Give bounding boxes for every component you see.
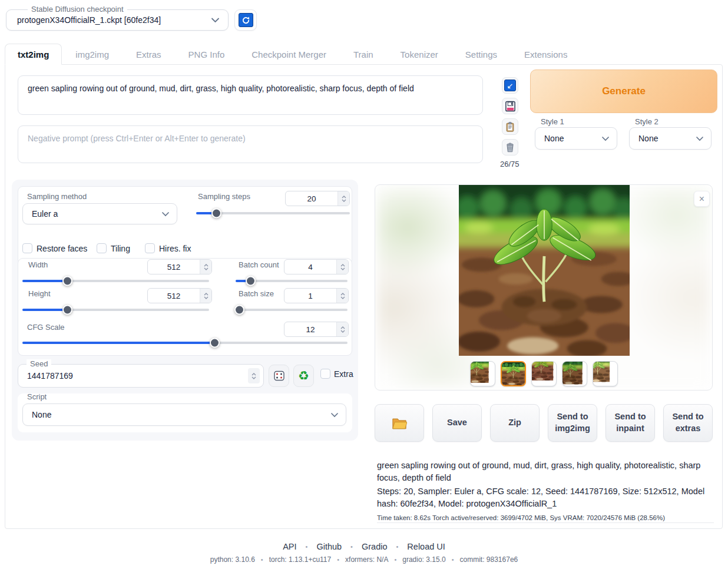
reload-ui-link[interactable]: Reload UI — [407, 542, 445, 551]
clear-prompt-button[interactable] — [502, 139, 518, 156]
negative-prompt-input[interactable] — [18, 125, 483, 163]
clipboard-icon — [505, 121, 515, 133]
style2-value: None — [638, 134, 696, 143]
width-slider[interactable] — [22, 280, 209, 282]
tab-txt2img[interactable]: txt2img — [5, 44, 62, 65]
cfg-scale-label: CFG Scale — [27, 323, 65, 332]
batch-size-spinner[interactable] — [336, 289, 348, 303]
tab-png-info[interactable]: PNG Info — [175, 44, 239, 65]
send-to-inpaint-button[interactable]: Send to inpaint — [605, 404, 655, 442]
restore-faces-label: Restore faces — [37, 244, 87, 253]
batch-size-slider[interactable] — [236, 309, 348, 311]
height-spinner[interactable] — [200, 289, 211, 303]
token-counter: 26/75 — [500, 160, 519, 168]
seed-spinner[interactable] — [248, 368, 260, 383]
sampling-method-label: Sampling method — [27, 192, 87, 201]
gallery-thumbnail-2-selected[interactable] — [501, 361, 526, 386]
bullet-separator: • — [261, 556, 263, 563]
tab-tokenizer[interactable]: Tokenizer — [387, 44, 452, 65]
seed-field[interactable]: Seed — [18, 364, 264, 388]
width-label: Width — [28, 260, 48, 269]
height-value[interactable] — [148, 289, 200, 303]
random-seed-button[interactable] — [269, 365, 289, 387]
send-to-img2img-button[interactable]: Send to img2img — [548, 404, 597, 442]
api-link[interactable]: API — [283, 542, 296, 551]
height-slider[interactable] — [22, 309, 209, 311]
send-to-extras-button[interactable]: Send to extras — [663, 404, 713, 442]
batch-count-value[interactable] — [284, 260, 336, 274]
open-folder-button[interactable] — [375, 404, 424, 442]
paste-generation-params-button[interactable]: ↙ — [502, 77, 518, 94]
width-spinner[interactable] — [200, 260, 211, 274]
sampling-steps-spinner[interactable] — [337, 191, 349, 206]
cfg-scale-slider[interactable] — [22, 342, 348, 344]
zip-button[interactable]: Zip — [490, 404, 540, 442]
style2-label: Style 2 — [635, 117, 658, 126]
checkpoint-dropdown[interactable]: Stable Diffusion checkpoint protogenX34O… — [6, 9, 229, 31]
cfg-scale-value[interactable] — [284, 322, 336, 336]
bullet-separator: • — [337, 556, 339, 563]
sampling-steps-input[interactable] — [285, 191, 350, 206]
hires-fix-label: Hires. fix — [159, 244, 191, 253]
width-input[interactable] — [147, 259, 212, 274]
tab-checkpoint-merger[interactable]: Checkpoint Merger — [238, 44, 340, 65]
batch-count-label: Batch count — [239, 260, 279, 269]
trash-icon — [505, 142, 515, 153]
sampling-steps-label: Sampling steps — [198, 192, 250, 201]
restore-faces-checkbox[interactable] — [22, 243, 32, 253]
batch-size-value[interactable] — [284, 289, 336, 303]
batch-size-input[interactable] — [284, 288, 349, 303]
apply-style-button[interactable] — [502, 118, 518, 135]
sampling-method-dropdown[interactable]: Euler a — [22, 203, 177, 224]
gradio-link[interactable]: Gradio — [362, 542, 388, 551]
sampling-method-value: Euler a — [32, 209, 161, 219]
reuse-seed-button[interactable]: ♻ — [293, 365, 314, 387]
save-button[interactable]: Save — [432, 404, 482, 442]
tiling-checkbox[interactable] — [97, 243, 107, 253]
style1-value: None — [544, 134, 601, 143]
checkpoint-label: Stable Diffusion checkpoint — [28, 5, 127, 14]
bullet-separator: • — [394, 556, 396, 563]
bullet-separator: • — [396, 543, 399, 550]
script-dropdown[interactable]: None — [22, 403, 346, 426]
refresh-checkpoint-button[interactable] — [234, 9, 257, 31]
generate-button[interactable]: Generate — [530, 70, 717, 113]
seed-value[interactable] — [18, 371, 248, 381]
chevron-down-icon — [161, 211, 170, 217]
sampling-steps-value[interactable] — [286, 191, 337, 206]
batch-count-input[interactable] — [284, 259, 349, 274]
close-gallery-button[interactable]: × — [694, 191, 710, 207]
floppy-disk-icon — [505, 101, 516, 112]
dice-icon — [273, 370, 285, 382]
style1-dropdown[interactable]: None — [535, 127, 617, 150]
hires-fix-checkbox[interactable] — [145, 243, 155, 253]
gallery-thumbnail-3[interactable] — [531, 361, 557, 386]
extra-seed-checkbox[interactable] — [320, 369, 330, 379]
gallery-thumbnail-5[interactable] — [593, 361, 618, 386]
generated-image[interactable] — [459, 185, 630, 356]
tiling-label: Tiling — [111, 244, 130, 253]
batch-count-spinner[interactable] — [336, 260, 348, 274]
style2-dropdown[interactable]: None — [629, 127, 712, 150]
gradio-version: gradio: 3.15.0 — [402, 555, 445, 564]
prompt-input[interactable]: green sapling rowing out of ground, mud,… — [18, 75, 483, 115]
tab-extensions[interactable]: Extensions — [511, 44, 581, 65]
info-performance-text: Time taken: 8.62s Torch active/reserved:… — [377, 514, 714, 521]
cfg-scale-input[interactable] — [284, 322, 349, 337]
checkpoint-value: protogenX34OfficialR_1.ckpt [60fe2f34] — [17, 15, 211, 25]
batch-count-slider[interactable] — [236, 280, 348, 282]
width-value[interactable] — [148, 260, 200, 274]
sampling-steps-slider[interactable] — [196, 212, 350, 214]
chevron-down-icon — [330, 412, 339, 418]
save-style-button[interactable] — [502, 98, 518, 114]
tab-img2img[interactable]: img2img — [62, 44, 123, 65]
github-link[interactable]: Github — [316, 542, 342, 551]
gallery-thumbnail-1[interactable] — [470, 361, 495, 386]
cfg-scale-spinner[interactable] — [336, 322, 348, 336]
tab-extras[interactable]: Extras — [123, 44, 175, 65]
gallery-thumbnail-4[interactable] — [562, 361, 587, 386]
tab-train[interactable]: Train — [340, 44, 387, 65]
tab-settings[interactable]: Settings — [452, 44, 511, 65]
gallery-thumbnails — [375, 361, 712, 386]
height-input[interactable] — [147, 288, 212, 303]
